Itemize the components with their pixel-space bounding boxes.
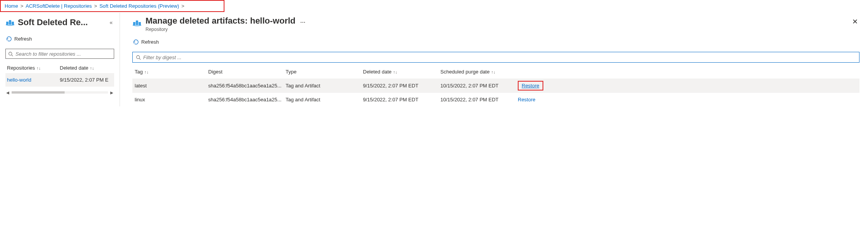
acr-icon [5, 18, 15, 27]
svg-point-3 [9, 52, 12, 55]
chevron-right-icon: > [94, 3, 97, 9]
scroll-left-icon[interactable]: ◀ [5, 91, 10, 95]
restore-button[interactable]: Restore [518, 81, 543, 91]
sidebar-title: Soft Deleted Re... [5, 17, 88, 27]
artifact-row[interactable]: linux sha256:f54a58bc1aac5ea1a25... Tag … [132, 92, 859, 106]
chevron-right-icon: > [21, 3, 24, 9]
chevron-right-icon: > [181, 3, 185, 9]
cell-type: Tag and Artifact [286, 83, 363, 89]
svg-rect-2 [12, 22, 14, 25]
refresh-icon [6, 36, 12, 42]
svg-rect-7 [139, 22, 141, 25]
sort-icon: ↑↓ [491, 70, 495, 74]
svg-rect-5 [133, 22, 135, 25]
cell-tag: linux [135, 97, 208, 102]
refresh-label: Refresh [141, 39, 159, 45]
col-type[interactable]: Type [286, 69, 363, 75]
sidebar-title-text: Soft Deleted Re... [18, 17, 88, 27]
search-icon [136, 55, 141, 60]
main-refresh-button[interactable]: Refresh [132, 37, 859, 52]
col-deleted-date[interactable]: Deleted date ↑↓ [363, 69, 440, 75]
col-repositories[interactable]: Repositories ↑↓ [7, 65, 60, 71]
filter-input[interactable] [143, 55, 856, 60]
cell-purge: 10/15/2022, 2:07 PM EDT [440, 83, 518, 89]
breadcrumb-item-home[interactable]: Home [5, 3, 18, 9]
svg-line-9 [139, 58, 140, 59]
refresh-icon [133, 39, 139, 45]
search-icon [8, 51, 13, 56]
artifact-row[interactable]: latest sha256:f54a58bc1aac5ea1a25... Tag… [132, 79, 859, 92]
collapse-icon[interactable]: « [108, 18, 114, 27]
breadcrumb-item-soft-deleted[interactable]: Soft Deleted Repositories (Preview) [99, 3, 179, 9]
svg-point-8 [137, 55, 140, 58]
breadcrumb: Home > ACRSoftDelete | Repositories > So… [0, 0, 224, 12]
repo-name[interactable]: hello-world [7, 77, 60, 83]
sort-icon: ↑↓ [36, 66, 41, 70]
sort-icon: ↑↓ [393, 70, 397, 74]
cell-purge: 10/15/2022, 2:07 PM EDT [440, 97, 518, 102]
cell-deleted: 9/15/2022, 2:07 PM EDT [363, 97, 440, 102]
svg-rect-1 [9, 20, 11, 25]
cell-digest: sha256:f54a58bc1aac5ea1a25... [208, 97, 286, 102]
sidebar-column-headers: Repositories ↑↓ Deleted date ↑↓ [5, 63, 114, 73]
svg-rect-6 [136, 20, 138, 25]
repo-row[interactable]: hello-world 9/15/2022, 2:07 PM E [5, 73, 114, 87]
col-deleted-date[interactable]: Deleted date ↑↓ [60, 65, 113, 71]
col-digest[interactable]: Digest [208, 69, 286, 75]
refresh-button[interactable]: Refresh [5, 34, 114, 49]
svg-rect-0 [6, 22, 9, 25]
filter-box[interactable] [132, 52, 859, 63]
cell-deleted: 9/15/2022, 2:07 PM EDT [363, 83, 440, 89]
refresh-label: Refresh [14, 36, 32, 42]
sidebar-search-input[interactable] [15, 51, 111, 57]
page-title: Manage deleted artifacts: hello-world … [146, 16, 306, 26]
page-subtitle: Repository [146, 27, 306, 32]
sort-icon: ↑↓ [90, 66, 94, 70]
main-panel: Manage deleted artifacts: hello-world … … [120, 13, 868, 106]
horizontal-scrollbar[interactable]: ◀ ▶ [5, 90, 114, 95]
acr-icon [132, 18, 142, 27]
sidebar: Soft Deleted Re... « Refresh Repositorie… [0, 13, 120, 106]
svg-line-4 [12, 55, 13, 56]
close-button[interactable]: ✕ [851, 16, 859, 27]
breadcrumb-item-repositories[interactable]: ACRSoftDelete | Repositories [26, 3, 92, 9]
artifact-table: Tag ↑↓ Digest Type Deleted date ↑↓ Sched… [132, 65, 859, 106]
restore-button[interactable]: Restore [518, 97, 536, 102]
col-purge-date[interactable]: Scheduled purge date ↑↓ [440, 69, 518, 75]
cell-type: Tag and Artifact [286, 97, 363, 102]
repo-deleted-date: 9/15/2022, 2:07 PM E [60, 77, 113, 83]
sort-icon: ↑↓ [144, 70, 149, 74]
scroll-track[interactable] [12, 91, 108, 94]
scroll-thumb[interactable] [12, 91, 65, 94]
cell-digest: sha256:f54a58bc1aac5ea1a25... [208, 83, 286, 89]
artifact-headers: Tag ↑↓ Digest Type Deleted date ↑↓ Sched… [132, 65, 859, 79]
cell-tag: latest [135, 83, 208, 89]
col-tag[interactable]: Tag ↑↓ [135, 69, 208, 75]
sidebar-search[interactable] [5, 49, 114, 59]
more-actions-icon[interactable]: … [300, 18, 306, 24]
scroll-right-icon[interactable]: ▶ [110, 91, 114, 95]
